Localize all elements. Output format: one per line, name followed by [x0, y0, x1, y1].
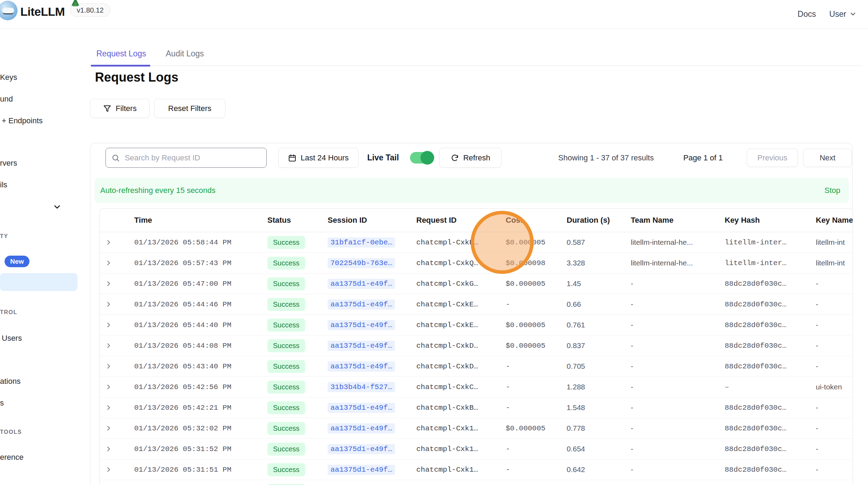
sidebar-active-item[interactable]	[0, 273, 77, 291]
sidebar-section-label: TOOLS	[0, 429, 22, 435]
previous-page-button[interactable]: Previous	[747, 148, 798, 167]
cell-duration: 0.587	[567, 238, 631, 247]
expand-row-icon[interactable]	[100, 362, 134, 370]
cell-duration: 0.66	[567, 300, 631, 309]
session-id-link[interactable]: aa1375d1-e49f…	[328, 465, 395, 475]
previous-label: Previous	[757, 153, 787, 162]
sidebar-item[interactable]: Keys	[0, 73, 17, 82]
cell-request-id: chatcmpl-Cxk1…	[416, 466, 506, 474]
cell-cost: -	[506, 404, 567, 412]
table-row[interactable]: 01/13/2026 05:58:44 PMSuccess31bfa1cf-0e…	[100, 232, 853, 253]
cell-status: Success	[267, 236, 328, 249]
sidebar-item[interactable]: rvers	[0, 159, 17, 168]
sidebar-item[interactable]: Users	[2, 334, 22, 343]
expand-row-icon[interactable]	[100, 466, 134, 473]
expand-row-icon[interactable]	[100, 238, 134, 246]
status-badge: Success	[267, 443, 305, 456]
cell-request-id: chatcmpl-Cxk1…	[416, 424, 506, 432]
table-row[interactable]: 01/13/2026 05:42:21 PMSuccessaa1375d1-e4…	[100, 397, 853, 418]
expand-row-icon[interactable]	[100, 383, 134, 391]
status-badge: Success	[267, 463, 305, 476]
cell-status: Success	[267, 257, 328, 270]
sidebar-item[interactable]: ations	[0, 377, 21, 386]
table-row[interactable]: 01/13/2026 05:43:40 PMSuccessaa1375d1-e4…	[100, 356, 853, 377]
cell-duration: 3.328	[567, 259, 631, 267]
cell-key-hash: 88dc28d0f030c…	[725, 342, 816, 350]
cell-duration: 1.288	[567, 383, 631, 391]
session-id-link[interactable]: aa1375d1-e49f…	[328, 361, 395, 372]
live-tail-label: Live Tail	[367, 148, 399, 168]
cell-request-id: chatcmpl-Cxk1…	[416, 445, 506, 453]
refresh-button[interactable]: Refresh	[439, 148, 501, 168]
expand-row-icon[interactable]	[100, 404, 134, 411]
cell-key-name: -	[816, 300, 853, 309]
cell-key-hash: litellm-inter…	[725, 238, 816, 247]
sidebar-expand-chevron-down-icon[interactable]	[53, 202, 62, 212]
table-row[interactable]: 01/13/2026 05:57:43 PMSuccess7022549b-76…	[100, 253, 853, 273]
session-id-link[interactable]: 31bfa1cf-0ebe…	[328, 237, 395, 248]
cell-key-name: -	[816, 321, 853, 329]
cell-key-hash: litellm-inter…	[725, 259, 816, 267]
session-id-link[interactable]: aa1375d1-e49f…	[328, 444, 395, 454]
brand-title: LiteLLM	[20, 5, 65, 19]
cell-key-hash: 88dc28d0f030c…	[725, 424, 816, 432]
cell-time: 01/13/2026 05:44:46 PM	[134, 300, 267, 309]
sidebar-item[interactable]: s	[0, 399, 4, 408]
cell-duration: 0.778	[567, 424, 631, 432]
sidebar-item[interactable]: + Endpoints	[2, 116, 43, 125]
expand-row-icon[interactable]	[100, 300, 134, 308]
tab-request-logs[interactable]: Request Logs	[96, 49, 146, 58]
table-row[interactable]: 01/13/2026 05:31:51 PMSuccessaa1375d1-e4…	[100, 459, 853, 480]
user-menu[interactable]: User	[829, 9, 857, 19]
sidebar-item[interactable]: ils	[0, 180, 7, 189]
session-id-link[interactable]: aa1375d1-e49f…	[328, 341, 395, 351]
next-page-button[interactable]: Next	[803, 148, 852, 167]
table-row[interactable]: 01/13/2026 05:44:08 PMSuccessaa1375d1-e4…	[100, 335, 853, 356]
table-row[interactable]: 01/13/2026 05:31:38 PMSuccessaa1375d1-e4…	[100, 480, 853, 485]
search-input[interactable]	[124, 153, 261, 163]
filters-button-label: Filters	[116, 104, 137, 113]
column-header: Duration (s)	[567, 216, 631, 225]
cell-status: Success	[267, 277, 328, 290]
results-count-text: Showing 1 - 37 of 37 results	[558, 148, 654, 168]
cell-request-id: chatcmpl-CxkR…	[416, 238, 506, 247]
expand-row-icon[interactable]	[100, 259, 134, 267]
cell-session-id: 31bfa1cf-0ebe…	[328, 237, 416, 248]
cell-team-name: -	[631, 383, 725, 391]
session-id-link[interactable]: aa1375d1-e49f…	[328, 320, 395, 330]
cell-key-hash: 88dc28d0f030c…	[725, 466, 816, 474]
table-row[interactable]: 01/13/2026 05:44:46 PMSuccessaa1375d1-e4…	[100, 294, 853, 315]
expand-row-icon[interactable]	[100, 280, 134, 287]
next-label: Next	[820, 153, 835, 162]
stop-auto-refresh-button[interactable]: Stop	[825, 186, 840, 195]
time-range-button[interactable]: Last 24 Hours	[278, 148, 358, 168]
session-id-link[interactable]: aa1375d1-e49f…	[328, 279, 395, 289]
session-id-link[interactable]: aa1375d1-e49f…	[328, 423, 395, 434]
expand-row-icon[interactable]	[100, 342, 134, 349]
table-row[interactable]: 01/13/2026 05:47:00 PMSuccessaa1375d1-e4…	[100, 273, 853, 294]
sidebar-item[interactable]: und	[0, 95, 13, 104]
tab-audit-logs[interactable]: Audit Logs	[166, 49, 204, 58]
filters-button[interactable]: Filters	[90, 99, 150, 118]
cell-team-name: -	[631, 403, 725, 412]
table-row[interactable]: 01/13/2026 05:32:02 PMSuccessaa1375d1-e4…	[100, 418, 853, 439]
session-id-link[interactable]: 31b3b4b4-f527…	[328, 382, 395, 392]
cell-key-hash: 88dc28d0f030c…	[725, 445, 816, 453]
session-id-link[interactable]: aa1375d1-e49f…	[328, 299, 395, 310]
sidebar-item[interactable]: erence	[0, 453, 23, 462]
table-row[interactable]: 01/13/2026 05:42:56 PMSuccess31b3b4b4-f5…	[100, 377, 853, 397]
cell-duration: 0.837	[567, 341, 631, 350]
table-row[interactable]: 01/13/2026 05:44:40 PMSuccessaa1375d1-e4…	[100, 315, 853, 335]
session-id-link[interactable]: 7022549b-763e…	[328, 258, 395, 268]
column-header: Status	[267, 216, 328, 225]
session-id-link[interactable]: aa1375d1-e49f…	[328, 403, 395, 413]
expand-row-icon[interactable]	[100, 321, 134, 329]
time-range-label: Last 24 Hours	[301, 153, 349, 162]
cell-request-id: chatcmpl-CxkG…	[416, 280, 506, 288]
docs-link[interactable]: Docs	[798, 9, 816, 19]
expand-row-icon[interactable]	[100, 424, 134, 432]
expand-row-icon[interactable]	[100, 445, 134, 453]
live-tail-toggle[interactable]	[410, 152, 433, 164]
table-row[interactable]: 01/13/2026 05:31:52 PMSuccessaa1375d1-e4…	[100, 439, 853, 459]
reset-filters-button[interactable]: Reset Filters	[154, 99, 225, 118]
